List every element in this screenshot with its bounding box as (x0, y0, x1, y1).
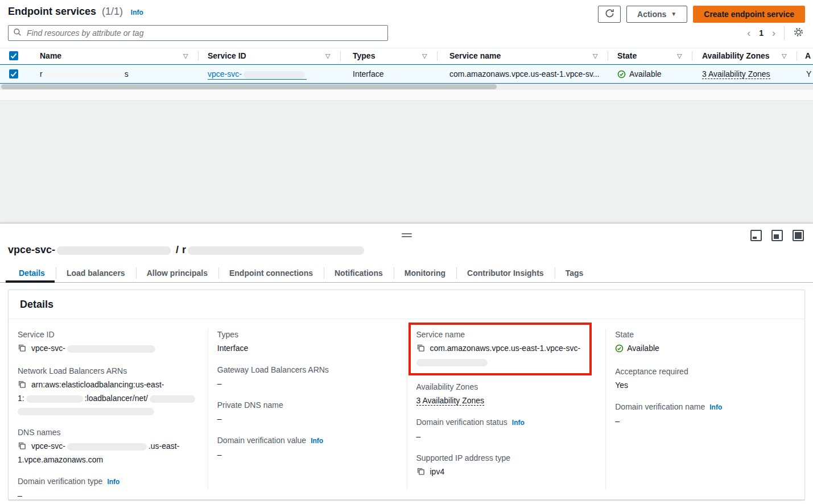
pagination-prev-button[interactable]: ‹ (747, 26, 750, 40)
copy-icon[interactable] (18, 379, 26, 392)
column-divider (340, 51, 341, 61)
col-service-id[interactable]: Service ID (208, 48, 246, 64)
col-service-name[interactable]: Service name (449, 48, 501, 64)
column-divider (437, 51, 438, 61)
redacted-block (67, 345, 155, 353)
field-dns-names: DNS names vpce-svc-.us-east- 1.vpce.amaz… (18, 427, 200, 466)
tab-allow-principals[interactable]: Allow principals (136, 264, 218, 282)
row-state: Available (617, 65, 662, 85)
copy-icon[interactable] (18, 343, 26, 356)
details-column-1: Service ID vpce-svc- Network Load Balanc… (9, 329, 208, 490)
chevron-down-icon: ▼ (671, 11, 676, 17)
tab-endpoint-connections[interactable]: Endpoint connections (218, 264, 324, 282)
panel-size-large-button[interactable] (793, 230, 804, 241)
row-checkbox[interactable] (9, 69, 18, 79)
header-info-link[interactable]: Info (131, 9, 143, 16)
col-state[interactable]: State (617, 48, 637, 64)
field-domain-verification-type: Domain verification typeInfo – (18, 476, 200, 502)
refresh-button[interactable] (598, 6, 621, 23)
info-link[interactable]: Info (512, 419, 525, 427)
column-divider (608, 51, 608, 61)
field-service-id: Service ID vpce-svc- (18, 329, 200, 356)
col-types[interactable]: Types (353, 48, 375, 64)
scrollbar-thumb[interactable] (1, 84, 497, 89)
copy-icon[interactable] (416, 466, 425, 479)
sort-icon[interactable]: ▽ (422, 48, 427, 64)
sort-icon[interactable]: ▽ (677, 48, 682, 64)
tab-contributor-insights[interactable]: Contributor Insights (456, 264, 555, 282)
select-all-checkbox[interactable] (9, 51, 18, 60)
col-name[interactable]: Name (40, 48, 61, 64)
field-acceptance-required: Acceptance required Yes (615, 366, 797, 391)
page-title: Endpoint services (8, 6, 96, 17)
sort-icon[interactable]: ▽ (183, 48, 188, 64)
horizontal-scrollbar[interactable] (0, 84, 813, 90)
details-card: Details Service ID vpce-svc- Network Loa… (8, 290, 805, 500)
search-icon (13, 28, 22, 38)
search-box[interactable] (8, 25, 388, 41)
refresh-icon (605, 9, 614, 20)
copy-icon[interactable] (416, 343, 425, 356)
drag-handle-icon[interactable] (402, 233, 412, 239)
row-types: Interface (353, 65, 383, 83)
tab-monitoring[interactable]: Monitoring (394, 264, 456, 282)
actions-button[interactable]: Actions ▼ (626, 6, 687, 23)
redacted-block (18, 408, 154, 415)
field-domain-verification-name: Domain verification nameInfo – (615, 401, 797, 427)
column-divider (692, 51, 692, 61)
info-link[interactable]: Info (107, 478, 119, 486)
sort-icon[interactable]: ▽ (782, 48, 786, 64)
tab-load-balancers[interactable]: Load balancers (56, 264, 136, 282)
create-endpoint-service-button[interactable]: Create endpoint service (693, 6, 805, 23)
check-circle-icon (617, 71, 626, 80)
gear-icon (793, 27, 804, 39)
table-footer-strip (0, 90, 813, 101)
info-link[interactable]: Info (311, 437, 323, 445)
column-divider (797, 51, 797, 61)
redacted-block (57, 246, 171, 255)
info-link[interactable]: Info (709, 403, 722, 411)
page-number: 1 (759, 28, 764, 38)
field-gateway-lb-arns: Gateway Load Balancers ARNs – (217, 364, 399, 390)
tab-notifications[interactable]: Notifications (324, 264, 394, 282)
panel-tabs: Details Load balancers Allow principals … (0, 264, 813, 283)
copy-icon[interactable] (18, 441, 26, 453)
details-column-2: Types Interface Gateway Load Balancers A… (208, 329, 407, 490)
details-heading: Details (9, 290, 804, 319)
field-types: Types Interface (217, 329, 399, 354)
redacted-block (26, 395, 83, 403)
service-id-link[interactable]: vpce-svc- (208, 69, 307, 80)
field-state: State Available (615, 329, 797, 356)
tab-details[interactable]: Details (8, 264, 56, 282)
table-row[interactable]: rs vpce-svc- Interface com.amazonaws.vpc… (0, 64, 813, 84)
availability-zones-popover-link[interactable]: 3 Availability Zones (416, 396, 485, 406)
endpoint-services-page: Endpoint services (1/1) Info Actions ▼ C… (0, 0, 813, 504)
details-column-4: State Available Acceptance required Yes … (605, 329, 804, 490)
column-divider (198, 51, 199, 61)
tab-tags[interactable]: Tags (555, 264, 595, 282)
redacted-block (416, 359, 488, 366)
field-nlb-arns: Network Load Balancers ARNs arn:aws:elas… (18, 365, 200, 417)
details-column-3: Service name com.amazonaws.vpce.us-east-… (407, 329, 606, 490)
panel-size-small-button[interactable] (750, 230, 762, 241)
pagination-next-button[interactable]: › (772, 26, 775, 40)
service-name-highlight: Service name com.amazonaws.vpce.us-east-… (408, 323, 592, 375)
search-input[interactable] (26, 28, 383, 38)
split-panel: vpce-svc-/r Details Load balancers Allow… (0, 223, 813, 504)
search-row: ‹ 1 › (8, 25, 805, 41)
details-body: Service ID vpce-svc- Network Load Balanc… (9, 319, 804, 490)
settings-button[interactable] (793, 27, 804, 39)
sort-icon[interactable]: ▽ (325, 48, 330, 64)
panel-size-controls (750, 230, 804, 241)
pagination: ‹ 1 › (747, 26, 804, 40)
sort-icon[interactable]: ▽ (593, 48, 597, 64)
availability-zones-popover-link[interactable]: 3 Availability Zones (702, 69, 770, 79)
field-supported-ip-address-type: Supported IP address type ipv4 (416, 452, 598, 479)
field-domain-verification-value: Domain verification valueInfo – (217, 435, 399, 461)
field-service-name: Service name com.amazonaws.vpce.us-east-… (416, 329, 584, 368)
row-acceptance-partial: Y (806, 65, 811, 83)
field-domain-verification-status: Domain verification statusInfo – (416, 416, 598, 443)
col-acceptance-partial[interactable]: A (805, 48, 811, 64)
col-availability-zones[interactable]: Availability Zones (702, 48, 770, 64)
panel-size-medium-button[interactable] (771, 230, 783, 241)
